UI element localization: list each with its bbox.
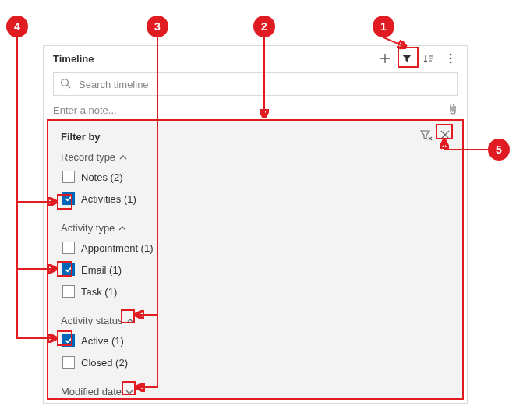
group-header-activity-status[interactable]: Activity status — [61, 315, 450, 326]
callout-badge-2: 2 — [253, 16, 275, 37]
filter-icon[interactable] — [397, 48, 417, 69]
chevron-up-icon — [118, 224, 127, 233]
checkbox[interactable] — [62, 242, 75, 254]
filter-panel: Filter by Record type Notes (2) Activiti… — [47, 119, 464, 400]
chevron-up-icon — [118, 153, 128, 162]
callout-badge-5: 5 — [488, 139, 510, 161]
chevron-down-icon — [125, 387, 134, 397]
chevron-up-icon — [125, 316, 135, 326]
svg-point-1 — [450, 58, 452, 60]
svg-line-4 — [67, 85, 70, 88]
callout-badge-3: 3 — [147, 16, 168, 37]
checkbox[interactable] — [62, 285, 75, 298]
checkbox[interactable] — [62, 263, 75, 276]
search-icon — [60, 78, 71, 91]
filter-option-active[interactable]: Active (1) — [61, 330, 450, 351]
checkbox[interactable] — [62, 192, 75, 205]
callout-badge-1: 1 — [373, 16, 394, 37]
group-label: Activity type — [61, 222, 115, 234]
add-icon[interactable] — [375, 48, 395, 69]
option-label: Closed (2) — [81, 357, 128, 369]
checkbox[interactable] — [62, 171, 75, 183]
option-label: Notes (2) — [81, 171, 122, 183]
svg-point-2 — [450, 62, 452, 64]
filter-option-email[interactable]: Email (1) — [61, 259, 450, 281]
group-header-modified-date[interactable]: Modified date — [61, 386, 450, 397]
option-label: Activities (1) — [81, 193, 136, 205]
search-bar[interactable] — [53, 72, 458, 96]
option-label: Task (1) — [81, 286, 117, 298]
note-placeholder: Enter a note... — [53, 104, 117, 116]
timeline-title: Timeline — [53, 53, 375, 65]
header-actions — [375, 48, 461, 69]
close-icon[interactable] — [440, 130, 450, 143]
filter-panel-header: Filter by — [61, 130, 450, 143]
search-input[interactable] — [77, 78, 451, 91]
timeline-card: Timeline Enter a note... — [43, 45, 468, 404]
option-label: Email (1) — [81, 264, 122, 276]
filter-panel-title: Filter by — [61, 131, 101, 143]
filter-option-notes[interactable]: Notes (2) — [61, 166, 450, 188]
more-icon[interactable] — [440, 48, 461, 69]
filter-option-task[interactable]: Task (1) — [61, 281, 450, 302]
filter-option-closed[interactable]: Closed (2) — [61, 351, 450, 373]
note-row[interactable]: Enter a note... — [44, 99, 467, 121]
attachment-icon[interactable] — [448, 103, 458, 118]
group-label: Modified date — [61, 386, 122, 397]
callout-badge-4: 4 — [6, 16, 28, 37]
sort-icon[interactable] — [419, 48, 439, 69]
option-label: Active (1) — [81, 335, 124, 347]
group-header-record-type[interactable]: Record type — [61, 151, 450, 163]
timeline-header: Timeline — [44, 46, 467, 71]
filter-option-appointment[interactable]: Appointment (1) — [61, 237, 450, 259]
filter-option-activities[interactable]: Activities (1) — [61, 188, 450, 210]
svg-point-3 — [62, 79, 69, 86]
option-label: Appointment (1) — [81, 242, 154, 254]
svg-point-0 — [450, 54, 452, 56]
checkbox[interactable] — [62, 356, 75, 369]
group-header-activity-type[interactable]: Activity type — [61, 222, 450, 234]
clear-filters-icon[interactable] — [420, 130, 433, 143]
checkbox[interactable] — [62, 334, 75, 347]
group-label: Record type — [61, 151, 115, 163]
group-label: Activity status — [61, 315, 122, 326]
